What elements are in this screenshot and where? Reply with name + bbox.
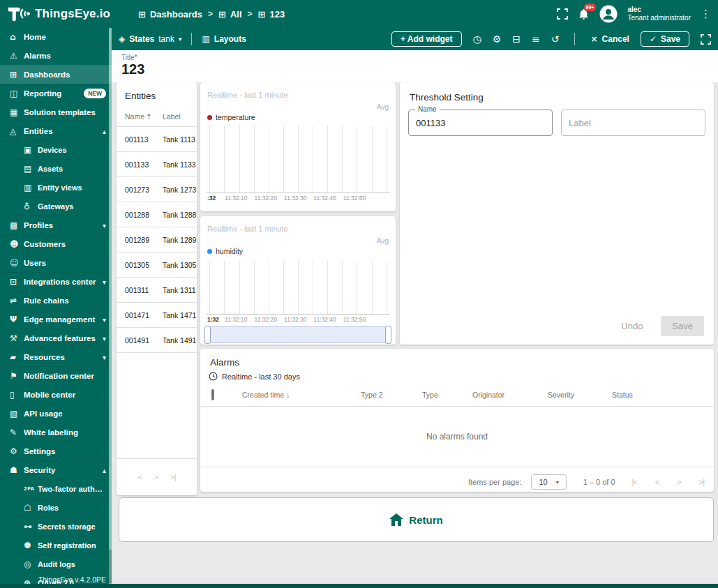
breadcrumb-item-123[interactable]: ⊞123 (258, 9, 285, 20)
last-page-icon[interactable]: >| (170, 473, 175, 481)
sidebar-item-label: Resources (24, 353, 100, 361)
entity-aliases-icon[interactable]: ⊟ (512, 33, 521, 45)
cancel-button[interactable]: × Cancel (590, 34, 629, 44)
sidebar-item-label: Two-factor authenticati… (38, 485, 106, 493)
alarms-column-originator[interactable]: Originator (472, 391, 548, 399)
entity-label-cell: Tank 1471 (163, 311, 196, 319)
dashboard-title-input[interactable] (121, 61, 331, 77)
sidebar-item-devices[interactable]: ▣Devices (0, 140, 112, 159)
sidebar-item-advanced-features[interactable]: ⚒Advanced features▾ (0, 329, 112, 347)
chart-gridline (209, 126, 210, 193)
page-size-select[interactable]: 10 ▾ (531, 474, 566, 490)
sidebar-item-security[interactable]: ☗Security▴ (0, 460, 112, 479)
undo-button[interactable]: Undo (617, 320, 647, 332)
breadcrumb-item-dashboards[interactable]: ⊞Dashboards (138, 9, 202, 20)
sidebar-item-reporting[interactable]: ◫ReportingNEW (0, 84, 112, 103)
timewindow-clock-icon[interactable]: ◷ (473, 33, 481, 45)
sidebar-item-profiles[interactable]: ▩Profiles▾ (0, 216, 112, 234)
sidebar-item-customers[interactable]: ☻Customers (0, 234, 112, 253)
kebab-menu-icon[interactable]: ⋮ (701, 8, 711, 20)
add-widget-button[interactable]: + Add widget (391, 31, 462, 47)
layouts-button[interactable]: ▥ Layouts (202, 34, 246, 44)
table-row[interactable]: 001305Tank 1305 (117, 252, 197, 278)
chart-legend[interactable]: humidity (207, 247, 243, 255)
sidebar-item-users[interactable]: ☺Users (0, 253, 112, 272)
sidebar-item-alarms[interactable]: ⚠Alarms (0, 46, 112, 65)
states-selector[interactable]: ◈ States tank ▾ (119, 34, 181, 44)
sidebar-item-self-registration[interactable]: ⚉Self registration (0, 536, 112, 555)
sidebar-item-edge-management[interactable]: ΨEdge management▾ (0, 310, 112, 329)
slider-left-handle[interactable] (204, 326, 211, 344)
table-row[interactable]: 001491Tank 1491 (117, 328, 197, 353)
sidebar-item-integrations-center[interactable]: ⊡Integrations center▾ (0, 272, 112, 291)
sidebar-item-roles[interactable]: ☖Roles (0, 498, 112, 517)
version-history-icon[interactable]: ↺ (551, 33, 560, 45)
sidebar-item-secrets-storage[interactable]: ⊶Secrets storage (0, 517, 112, 536)
filter-icon[interactable]: ≡ (532, 33, 540, 45)
entities-name-column[interactable]: Name ↑ (125, 112, 163, 121)
pagination-range: 1 – 0 of 0 (583, 478, 615, 486)
previous-page-icon[interactable]: < (655, 478, 659, 486)
breadcrumb-item-all[interactable]: ⊞All (218, 9, 242, 20)
table-row[interactable]: 001273Tank 1273 (117, 177, 197, 202)
chart-legend[interactable]: temperature (207, 113, 255, 121)
sidebar-item-entities[interactable]: ◬Entities▴ (0, 121, 112, 140)
sidebar-scrollbar-thumb[interactable] (109, 550, 112, 583)
avatar[interactable] (599, 5, 618, 23)
x-axis-tick-label: 11:32:50 (343, 195, 366, 202)
table-row[interactable]: 001289Tank 1289 (117, 227, 197, 252)
sidebar-item-two-factor-authenticati[interactable]: 2FATwo-factor authenticati… (0, 479, 112, 498)
dashboard-settings-gear-icon[interactable]: ⚙ (493, 33, 502, 45)
save-button[interactable]: ✓ Save (641, 31, 689, 47)
next-page-icon[interactable]: > (154, 473, 158, 481)
brand-logo[interactable]: ThingsEye.io (0, 6, 126, 22)
chart-aggregation-label[interactable]: Avg (377, 237, 389, 245)
threshold-name-input[interactable] (409, 110, 552, 135)
table-row[interactable]: 001113Tank 1113 (117, 127, 197, 152)
sidebar-item-white-labeling[interactable]: ✎White labeling (0, 423, 112, 442)
sidebar-item-entity-views[interactable]: ▥Entity views (0, 178, 112, 197)
entities-label-column[interactable]: Label (163, 112, 181, 121)
next-page-icon[interactable]: > (677, 478, 680, 486)
notifications-bell-icon[interactable]: 99+ (578, 8, 590, 20)
alarms-timewindow[interactable]: Realtime - last 30 days (200, 368, 714, 381)
sidebar-item-dashboards[interactable]: ⊞Dashboards (0, 65, 112, 84)
last-page-icon[interactable]: >| (699, 478, 704, 486)
alarms-column-severity[interactable]: Severity (548, 391, 612, 399)
sidebar-item-solution-templates[interactable]: ▦Solution templates (0, 103, 112, 121)
sidebar-item-mobile-center[interactable]: ▯Mobile center (0, 385, 112, 404)
user-block[interactable]: alec Tenant administrator (627, 6, 691, 23)
toolbar-fullscreen-icon[interactable] (701, 34, 711, 45)
table-row[interactable]: 001311Tank 1311 (117, 278, 197, 303)
previous-page-icon[interactable]: < (137, 473, 141, 481)
sidebar-item-gateways[interactable]: ♁Gateways (0, 197, 112, 216)
app-root: ThingsEye.io ⊞Dashboards>⊞All>⊞123 99+ (0, 0, 718, 588)
select-all-checkbox[interactable] (211, 389, 214, 400)
alarms-column-type[interactable]: Type (422, 391, 472, 399)
datazoom-slider[interactable]: ⋯ (206, 326, 390, 343)
alarms-column-status[interactable]: Status (612, 391, 668, 399)
sidebar-item-settings[interactable]: ⚙Settings (0, 442, 112, 460)
threshold-label-input[interactable] (562, 110, 705, 135)
chart-aggregation-label[interactable]: Avg (377, 103, 389, 111)
slider-right-handle[interactable] (385, 326, 391, 344)
sidebar-item-notification-center[interactable]: ⚑Notification center (0, 366, 112, 385)
sidebar-item-api-usage[interactable]: ▧API usage (0, 404, 112, 423)
first-page-icon[interactable]: |< (632, 478, 637, 486)
x-axis-tick-label: 11:32:20 (255, 195, 277, 202)
sidebar-scrollbar[interactable] (109, 28, 112, 588)
table-row[interactable]: 001288Tank 1288 (117, 202, 197, 227)
sidebar-item-resources[interactable]: ▰Resources▾ (0, 347, 112, 366)
sidebar-item-rule-chains[interactable]: ⇌Rule chains (0, 291, 112, 310)
sidebar-item-audit-logs[interactable]: ◎Audit logs (0, 555, 112, 573)
alarms-column-type-2[interactable]: Type 2 (361, 391, 422, 399)
sidebar-item-home[interactable]: ⌂Home (0, 28, 112, 46)
return-button[interactable]: Return (119, 497, 714, 542)
threshold-save-button[interactable]: Save (661, 316, 704, 336)
fullscreen-icon[interactable] (557, 8, 568, 20)
x-axis-tick-label: 11:32:40 (313, 195, 336, 202)
sidebar-item-assets[interactable]: ▤Assets (0, 159, 112, 178)
alarms-column-created-time[interactable]: Created time ↓ (242, 391, 361, 399)
table-row[interactable]: 001471Tank 1471 (117, 303, 197, 328)
table-row[interactable]: 001133Tank 1133 (117, 152, 197, 177)
